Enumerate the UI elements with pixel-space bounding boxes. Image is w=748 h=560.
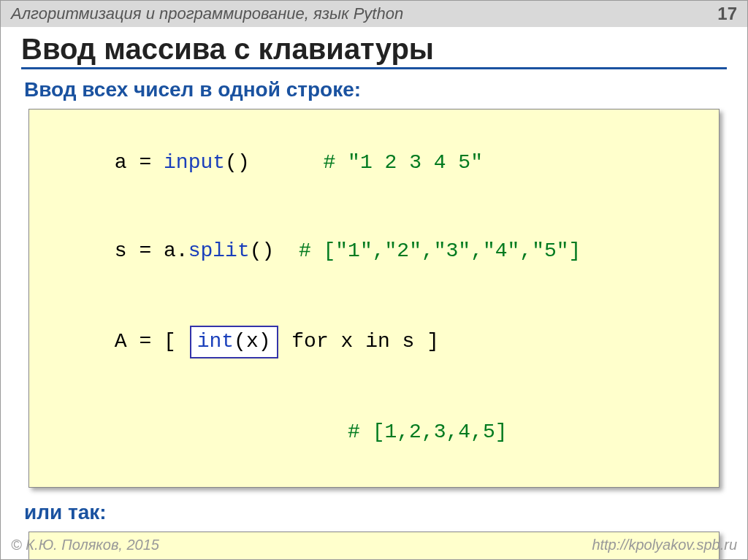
code-comment: # "1 2 3 4 5" — [324, 151, 483, 174]
footer-bar: © К.Ю. Поляков, 2015 http://kpolyakov.sp… — [1, 532, 747, 559]
code-text: a — [115, 151, 127, 174]
subheading-input-one-line: Ввод всех чисел в одной строке: — [24, 78, 727, 101]
code-text: s — [115, 239, 127, 262]
code-text: (x) — [234, 330, 270, 353]
code-text: [ — [164, 330, 188, 353]
code-pad — [274, 239, 299, 262]
footer-url: http://kpolyakov.spb.ru — [592, 537, 737, 553]
code-text: a. — [164, 239, 188, 262]
course-title: Алгоритмизация и программирование, язык … — [11, 4, 403, 23]
code-text: () — [225, 151, 250, 174]
code-text: = — [127, 151, 164, 174]
code-pad — [115, 421, 348, 443]
slide-title: Ввод массива с клавиатуры — [21, 33, 727, 69]
subheading-or: или так: — [24, 501, 727, 524]
code-block-1: a = input() # "1 2 3 4 5" s = a.split() … — [28, 109, 720, 488]
code-comment: # [1,2,3,4,5] — [348, 421, 507, 443]
code-pad — [250, 151, 324, 174]
code-text: for x in s ] — [280, 330, 439, 353]
header-bar: Алгоритмизация и программирование, язык … — [1, 1, 747, 27]
code-text: = — [127, 330, 164, 353]
page-number: 17 — [717, 4, 737, 24]
footer-copyright: © К.Ю. Поляков, 2015 — [11, 537, 159, 553]
code-comment: # ["1","2","3","4","5"] — [299, 239, 581, 262]
content: Ввод массива с клавиатуры Ввод всех чисе… — [1, 27, 747, 560]
code-fn-int: int — [197, 330, 234, 353]
code-fn-split: split — [188, 239, 250, 262]
code-inset-intx: int(x) — [190, 326, 278, 358]
code-text: () — [250, 239, 275, 262]
code-text: = — [127, 239, 164, 262]
code-text: A — [115, 330, 127, 353]
code-fn-input: input — [164, 151, 225, 174]
